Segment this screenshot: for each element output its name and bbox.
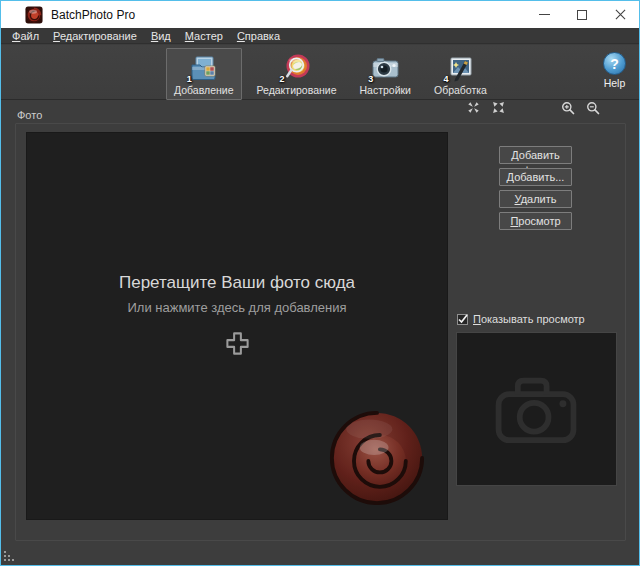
app-icon bbox=[25, 6, 43, 24]
minimize-icon bbox=[539, 14, 550, 15]
add-photo-button[interactable]: Добавить фото bbox=[499, 146, 572, 164]
toolbar-item-settings[interactable]: 3 Настройки bbox=[352, 48, 420, 100]
toolbar-item-add[interactable]: 1 Добавление bbox=[166, 48, 242, 100]
edit-target-icon: 2 bbox=[282, 53, 312, 83]
zoom-out-button[interactable] bbox=[586, 101, 600, 115]
maximize-button[interactable] bbox=[563, 1, 601, 28]
show-preview-label: Показывать просмотр bbox=[473, 313, 585, 325]
menu-help[interactable]: Справка bbox=[230, 29, 287, 43]
zoom-in-button[interactable] bbox=[561, 101, 575, 115]
window-controls bbox=[525, 1, 639, 28]
help-button[interactable]: ? Help bbox=[603, 52, 626, 89]
minimize-button[interactable] bbox=[525, 1, 563, 28]
add-plus-icon[interactable] bbox=[27, 330, 447, 357]
photo-dropzone[interactable]: Перетащите Ваши фото сюда Или нажмите зд… bbox=[26, 132, 448, 520]
help-label: Help bbox=[604, 77, 626, 89]
camera-outline-icon bbox=[489, 371, 585, 448]
toolbar-item-label: Обработка bbox=[434, 84, 487, 96]
step-badge: 3 bbox=[368, 74, 373, 84]
toolbar-steps: 1 Добавление 2 bbox=[166, 45, 495, 100]
view-button[interactable]: Просмотр bbox=[499, 212, 572, 230]
menu-view[interactable]: Вид bbox=[144, 29, 178, 43]
menubar: Файл Редактирование Вид Мастер Справка bbox=[1, 28, 639, 44]
dropzone-text: Перетащите Ваши фото сюда Или нажмите зд… bbox=[27, 273, 447, 357]
toolbar-item-process[interactable]: 4 Обработка bbox=[426, 48, 495, 100]
help-icon: ? bbox=[603, 52, 626, 75]
app-window: BatchPhoto Pro Файл Редактирование Вид М… bbox=[0, 0, 640, 566]
process-photo-icon: 4 bbox=[445, 53, 475, 83]
toolbar: 1 Добавление 2 bbox=[1, 45, 639, 100]
close-icon bbox=[615, 9, 626, 20]
fit-arrows-in-button[interactable] bbox=[467, 101, 481, 115]
toolbar-item-label: Добавление bbox=[174, 84, 234, 96]
toolbar-item-label: Редактирование bbox=[257, 84, 337, 96]
step-badge: 2 bbox=[280, 74, 285, 84]
titlebar: BatchPhoto Pro bbox=[1, 1, 639, 28]
add-photos-icon: 1 bbox=[189, 53, 219, 83]
dropzone-title: Перетащите Ваши фото сюда bbox=[27, 273, 447, 293]
toolbar-item-edit[interactable]: 2 Редактирование bbox=[249, 48, 345, 100]
add-button[interactable]: Добавить... bbox=[499, 168, 572, 186]
toolbar-item-label: Настройки bbox=[360, 84, 412, 96]
checkbox-checked-icon[interactable] bbox=[457, 314, 468, 325]
remove-button[interactable]: Удалить bbox=[499, 190, 572, 208]
resize-grip[interactable] bbox=[4, 551, 16, 563]
show-preview-checkbox-row[interactable]: Показывать просмотр bbox=[457, 313, 585, 325]
dropzone-subtitle: Или нажмите здесь для добавления bbox=[27, 300, 447, 315]
window-title: BatchPhoto Pro bbox=[51, 8, 135, 22]
fit-arrows-out-button[interactable] bbox=[492, 101, 506, 115]
menu-edit[interactable]: Редактирование bbox=[46, 29, 144, 43]
step-badge: 1 bbox=[187, 74, 192, 84]
main-area: Фото Перетащите Ваши фото сюда Или нажми… bbox=[1, 101, 639, 565]
maximize-icon bbox=[577, 10, 587, 20]
settings-camera-icon: 3 bbox=[370, 53, 400, 83]
close-button[interactable] bbox=[601, 1, 639, 28]
step-badge: 4 bbox=[443, 74, 448, 84]
photo-group-label: Фото bbox=[17, 109, 42, 121]
batchphoto-watermark-icon bbox=[329, 410, 425, 506]
menu-master[interactable]: Мастер bbox=[178, 29, 230, 43]
preview-panel bbox=[456, 332, 617, 486]
menu-file[interactable]: Файл bbox=[5, 29, 46, 43]
